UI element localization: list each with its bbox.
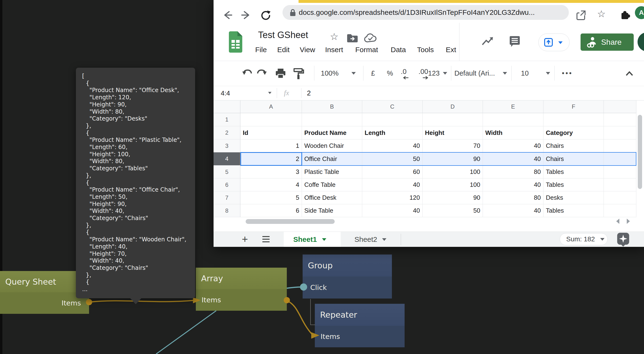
- cell-C2[interactable]: Length: [362, 126, 422, 139]
- browser-avatar[interactable]: A: [635, 6, 644, 19]
- node-group-port-click[interactable]: Click: [302, 277, 392, 299]
- all-sheets-button[interactable]: [262, 236, 270, 243]
- comment-icon[interactable]: [509, 36, 521, 48]
- account-avatar[interactable]: [638, 32, 644, 51]
- cell-G8[interactable]: [604, 204, 636, 217]
- increase-decimal-button[interactable]: .00: [418, 68, 428, 76]
- reload-icon[interactable]: [260, 10, 272, 21]
- activity-trend-icon[interactable]: [482, 36, 494, 47]
- cell-E5[interactable]: 80: [483, 166, 544, 178]
- menu-ext[interactable]: Ext: [446, 46, 456, 54]
- cell-C6[interactable]: 40: [362, 178, 422, 191]
- cell-C3[interactable]: 40: [362, 139, 422, 152]
- row-header-5[interactable]: 5: [214, 166, 240, 178]
- cell-A3[interactable]: 1: [240, 139, 302, 152]
- column-header-F[interactable]: F: [544, 100, 604, 113]
- cell-B3[interactable]: Wooden Chair: [302, 139, 362, 152]
- cell-G5[interactable]: [604, 166, 636, 178]
- cell-F2[interactable]: Category: [544, 126, 604, 139]
- sheets-logo-icon[interactable]: [228, 31, 243, 53]
- column-header-A[interactable]: A: [240, 100, 302, 113]
- node-array-port-items[interactable]: Items: [196, 289, 287, 311]
- toolbar-more-button[interactable]: •••: [562, 69, 573, 77]
- undo-icon[interactable]: [242, 69, 253, 78]
- menu-tools[interactable]: Tools: [417, 46, 434, 54]
- format-percent-button[interactable]: %: [387, 69, 393, 77]
- cell-C8[interactable]: 40: [362, 204, 422, 217]
- paint-format-icon[interactable]: [294, 68, 304, 80]
- cell-A7[interactable]: 5: [240, 191, 302, 204]
- cell-C4[interactable]: 50: [362, 152, 422, 166]
- cell-E4[interactable]: 40: [483, 152, 544, 166]
- cell-C7[interactable]: 120: [362, 191, 422, 204]
- address-bar[interactable]: docs.google.com/spreadsheets/d/1D3IRuxIl…: [282, 5, 569, 20]
- menu-format[interactable]: Format: [355, 46, 378, 54]
- name-box[interactable]: 4:4: [221, 89, 230, 97]
- cell-E7[interactable]: 80: [483, 191, 544, 204]
- format-currency-button[interactable]: £: [371, 69, 375, 77]
- node-array[interactable]: Array Items: [196, 268, 287, 311]
- cell-A1[interactable]: [240, 113, 302, 126]
- cell-B4[interactable]: Office Chair: [302, 152, 362, 166]
- extensions-puzzle-icon[interactable]: [620, 9, 631, 20]
- column-header-C[interactable]: C: [362, 100, 422, 113]
- menu-insert[interactable]: Insert: [325, 46, 343, 54]
- row-header-2[interactable]: 2: [214, 126, 240, 139]
- back-icon[interactable]: [223, 11, 233, 20]
- formula-input-value[interactable]: 2: [307, 89, 311, 97]
- row-header-6[interactable]: 6: [214, 178, 240, 191]
- cell-D6[interactable]: 100: [422, 178, 483, 191]
- cell-F8[interactable]: Tables: [544, 204, 604, 217]
- cell-A5[interactable]: 3: [240, 166, 302, 178]
- cell-G2[interactable]: [604, 126, 636, 139]
- node-group[interactable]: Group Click: [302, 255, 392, 299]
- cell-D4[interactable]: 90: [422, 152, 483, 166]
- row-header-7[interactable]: 7: [214, 191, 240, 204]
- horizontal-scrollbar[interactable]: [246, 219, 335, 224]
- sum-indicator[interactable]: Sum: 182: [560, 233, 608, 245]
- cell-D2[interactable]: Height: [422, 126, 483, 139]
- cell-B8[interactable]: Side Table: [302, 204, 362, 217]
- font-select[interactable]: Default (Ari...: [454, 69, 495, 77]
- cell-D1[interactable]: [422, 113, 483, 126]
- cell-E2[interactable]: Width: [483, 126, 544, 139]
- sheet-tab-sheet2[interactable]: Sheet2: [341, 232, 400, 247]
- more-formats-button[interactable]: 123: [428, 69, 440, 77]
- sheet-tab-sheet1[interactable]: Sheet1: [284, 232, 341, 247]
- scroll-left-icon[interactable]: [616, 219, 619, 224]
- cell-D3[interactable]: 70: [422, 139, 483, 152]
- cell-G1[interactable]: [604, 113, 636, 126]
- cell-D5[interactable]: 100: [422, 166, 483, 178]
- column-header-B[interactable]: B: [302, 100, 362, 113]
- cell-A8[interactable]: 6: [240, 204, 302, 217]
- cell-A6[interactable]: 4: [240, 178, 302, 191]
- share-page-icon[interactable]: [576, 10, 587, 21]
- node-repeater[interactable]: Repeater Items: [315, 304, 404, 347]
- cell-B5[interactable]: Plastic Table: [302, 166, 362, 178]
- forward-icon[interactable]: [241, 11, 252, 20]
- cell-G4[interactable]: [604, 152, 636, 166]
- bookmark-star-icon[interactable]: ☆: [597, 9, 606, 19]
- cloud-status-icon[interactable]: [364, 33, 377, 43]
- cell-F4[interactable]: Chairs: [544, 152, 604, 166]
- column-header-partial[interactable]: [604, 100, 636, 113]
- cell-F6[interactable]: Tables: [544, 178, 604, 191]
- cell-E3[interactable]: 40: [483, 139, 544, 152]
- row-header-4[interactable]: 4: [214, 152, 240, 166]
- cell-G3[interactable]: [604, 139, 636, 152]
- cell-B7[interactable]: Office Desk: [302, 191, 362, 204]
- menu-data[interactable]: Data: [391, 46, 406, 54]
- row-header-8[interactable]: 8: [214, 204, 240, 217]
- cell-C5[interactable]: 60: [362, 166, 422, 178]
- cell-E6[interactable]: 40: [483, 178, 544, 191]
- column-header-E[interactable]: E: [483, 100, 544, 113]
- explore-button[interactable]: [617, 233, 629, 245]
- cell-A4[interactable]: 2: [240, 152, 302, 166]
- name-box-caret-icon[interactable]: [268, 92, 272, 94]
- cell-G6[interactable]: [604, 178, 636, 191]
- cell-F7[interactable]: Desks: [544, 191, 604, 204]
- cell-B6[interactable]: Coffe Table: [302, 178, 362, 191]
- node-repeater-port-items[interactable]: Items: [315, 326, 404, 347]
- cell-D7[interactable]: 90: [422, 191, 483, 204]
- menu-edit[interactable]: Edit: [277, 46, 290, 54]
